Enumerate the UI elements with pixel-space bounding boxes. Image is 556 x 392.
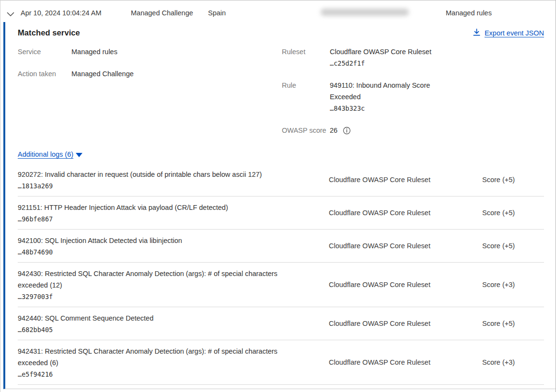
log-row: 942431: Restricted SQL Character Anomaly… [18,340,544,385]
log-description: 942440: SQL Comment Sequence Detected [18,312,305,324]
log-score: Score (+5) [482,176,515,184]
log-hash: …1813a269 [18,180,544,192]
log-ruleset: Cloudflare OWASP Core Ruleset [329,209,430,217]
firewall-event-expanded-row: Apr 10, 2024 10:04:24 AM Managed Challen… [0,0,556,392]
field-rule: Rule 949110: Inbound Anomaly Score Excee… [282,80,441,114]
log-ruleset: Cloudflare OWASP Core Ruleset [329,358,430,366]
log-row: 942430: Restricted SQL Character Anomaly… [18,263,544,307]
ruleset-label: Ruleset [282,46,330,69]
event-action: Managed Challenge [131,9,193,17]
log-ruleset: Cloudflare OWASP Core Ruleset [329,320,430,327]
log-ruleset: Cloudflare OWASP Core Ruleset [329,242,430,250]
log-score: Score (+3) [482,358,515,366]
field-service: Service Managed rules [18,46,134,58]
chevron-down-icon[interactable] [7,11,14,15]
triangle-down-icon [76,153,82,157]
log-hash: …682bb405 [18,324,544,335]
ruleset-hash: …c25d2f1f [330,58,441,69]
redacted-host-value [321,9,409,16]
rule-hash: …843b323c [330,103,441,114]
owasp-score-value: 26 [330,125,337,136]
field-action-taken: Action taken Managed Challenge [18,68,134,80]
log-ruleset: Cloudflare OWASP Core Ruleset [329,281,430,288]
export-event-json-label: Export event JSON [485,29,544,37]
ruleset-value: Cloudflare OWASP Core Ruleset [330,46,441,58]
service-value: Managed rules [71,46,117,58]
rule-label: Rule [282,80,330,114]
log-score: Score (+5) [482,320,515,327]
log-hash: …48b74690 [18,246,544,258]
event-summary-row[interactable]: Apr 10, 2024 10:04:24 AM Managed Challen… [0,0,556,22]
log-ruleset: Cloudflare OWASP Core Ruleset [329,176,430,184]
matched-service-fields: Service Managed rules Action taken Manag… [18,46,544,150]
event-service: Managed rules [446,9,492,17]
event-country: Spain [208,9,226,17]
additional-logs-table: 920272: Invalid character in request (ou… [18,163,544,385]
log-hash: …96bfe867 [18,213,544,225]
action-taken-label: Action taken [18,68,71,80]
log-hash: …e5f94216 [18,369,544,380]
owasp-score-label: OWASP score [282,125,330,136]
additional-logs-toggle[interactable]: Additional logs (6) [18,150,82,158]
log-hash: …3297003f [18,291,544,302]
event-detail-panel: Matched service Export event JSON Servic… [3,22,556,389]
log-description: 942430: Restricted SQL Character Anomaly… [18,268,305,291]
log-score: Score (+5) [482,242,515,250]
download-icon [473,28,481,38]
log-description: 921151: HTTP Header Injection Attack via… [18,202,305,213]
log-description: 942431: Restricted SQL Character Anomaly… [18,346,305,369]
service-label: Service [18,46,71,58]
field-owasp-score: OWASP score 26 [282,125,441,136]
info-icon[interactable] [343,127,351,135]
export-event-json-link[interactable]: Export event JSON [473,28,544,38]
log-row: 920272: Invalid character in request (ou… [18,163,544,196]
log-row: 921151: HTTP Header Injection Attack via… [18,196,544,230]
rule-value: 949110: Inbound Anomaly Score Exceeded [330,80,441,103]
log-description: 942100: SQL Injection Attack Detected vi… [18,235,305,246]
matched-service-title: Matched service [18,28,80,37]
log-score: Score (+3) [482,281,515,288]
log-description: 920272: Invalid character in request (ou… [18,169,305,180]
action-taken-value: Managed Challenge [71,68,134,80]
log-row: 942440: SQL Comment Sequence Detected …6… [18,307,544,340]
event-timestamp: Apr 10, 2024 10:04:24 AM [21,9,102,17]
field-ruleset: Ruleset Cloudflare OWASP Core Ruleset …c… [282,46,441,69]
log-row: 942100: SQL Injection Attack Detected vi… [18,230,544,263]
log-score: Score (+5) [482,209,515,217]
additional-logs-label: Additional logs (6) [18,150,73,158]
